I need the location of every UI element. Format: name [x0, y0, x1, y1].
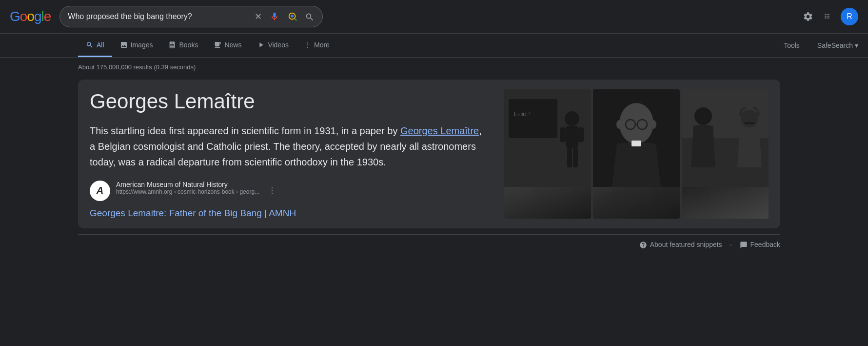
safesearch-label: SafeSearch [817, 41, 853, 49]
snippet-images: E=mc² [504, 89, 769, 218]
books-tab-icon [168, 41, 176, 49]
snippet-title: Georges Lemaître [90, 89, 490, 114]
feedback-icon [740, 241, 748, 249]
svg-point-21 [694, 107, 712, 125]
images-tab-icon [120, 41, 128, 49]
footer-separator: · [730, 241, 732, 248]
gear-icon [803, 11, 813, 22]
source-more-button[interactable]: ⋮ [268, 186, 276, 195]
safesearch-chevron-icon: ▾ [855, 41, 858, 49]
microphone-button[interactable] [269, 11, 280, 22]
tools-button[interactable]: Tools [776, 35, 808, 56]
more-tab-icon: ⋮ [304, 41, 311, 49]
svg-rect-7 [560, 127, 566, 142]
lens-icon [287, 11, 298, 22]
apps-button[interactable] [821, 10, 834, 23]
snippet-source: A American Museum of Natural History htt… [90, 181, 490, 201]
safesearch-dropdown[interactable]: SafeSearch ▾ [817, 41, 858, 49]
tab-books[interactable]: Books [160, 34, 206, 57]
portrait-silhouette [593, 89, 680, 187]
svg-rect-8 [578, 127, 584, 142]
svg-rect-16 [631, 141, 641, 146]
search-input[interactable] [68, 12, 249, 21]
tab-more-label: More [314, 41, 330, 49]
source-url: https://www.amnh.org › cosmic-horizons-b… [116, 188, 259, 195]
question-circle-icon [639, 241, 647, 249]
svg-rect-9 [567, 148, 572, 167]
tab-news[interactable]: News [206, 34, 249, 57]
snippet-text-before: This startling idea first appeared in sc… [90, 125, 400, 136]
tab-all[interactable]: All [78, 34, 112, 57]
source-name: American Museum of Natural History [116, 181, 259, 188]
search-submit-button[interactable] [305, 11, 315, 22]
tab-all-label: All [97, 41, 104, 49]
tab-more[interactable]: ⋮ More [296, 34, 337, 57]
search-bar: ✕ [59, 6, 323, 27]
tab-videos[interactable]: Videos [249, 34, 296, 57]
snippet-image-2[interactable] [593, 89, 680, 218]
source-info: American Museum of Natural History https… [116, 181, 259, 195]
about-snippets-link[interactable]: About featured snippets [639, 241, 722, 249]
user-avatar[interactable]: R [841, 8, 858, 25]
nav-tabs: All Images Books News Vi [78, 34, 337, 57]
snippet-image-1[interactable]: E=mc² [504, 89, 591, 218]
tab-images[interactable]: Images [112, 34, 161, 57]
person-blackboard-silhouette: E=mc² [504, 89, 591, 187]
all-tab-icon [86, 41, 94, 49]
svg-point-5 [565, 111, 579, 126]
svg-rect-6 [566, 126, 578, 148]
svg-point-17 [616, 120, 622, 129]
snippet-left: Georges Lemaître This startling idea fir… [90, 89, 490, 218]
tab-images-label: Images [131, 41, 153, 49]
svg-point-12 [619, 103, 653, 144]
header: Google ✕ [0, 0, 868, 34]
about-snippets-label: About featured snippets [650, 241, 722, 248]
mic-icon [270, 12, 279, 21]
search-bar-icons: ✕ [254, 10, 315, 23]
snippet-highlighted-name[interactable]: Georges Lemaître [400, 125, 479, 136]
feedback-label: Feedback [750, 241, 780, 248]
tab-videos-label: Videos [268, 41, 289, 49]
svg-text:E=mc²: E=mc² [513, 111, 531, 118]
snippet-result-link[interactable]: Georges Lemaitre: Father of the Big Bang… [90, 208, 296, 218]
featured-snippet: Georges Lemaître This startling idea fir… [78, 80, 780, 228]
results-count: About 175,000,000 results (0.39 seconds) [78, 63, 790, 71]
svg-rect-3 [509, 99, 557, 138]
nav-bar: All Images Books News Vi [0, 34, 868, 58]
two-people-silhouette [682, 89, 769, 187]
settings-button[interactable] [802, 10, 814, 23]
svg-point-1 [291, 15, 294, 17]
google-logo: Google [10, 9, 51, 24]
header-right: R [802, 8, 858, 25]
lens-button[interactable] [286, 10, 299, 23]
snippet-footer: About featured snippets · Feedback [78, 234, 780, 249]
clear-button[interactable]: ✕ [254, 10, 263, 23]
snippet-text: This startling idea first appeared in sc… [90, 123, 490, 170]
results-area: About 175,000,000 results (0.39 seconds)… [0, 58, 868, 259]
svg-point-18 [651, 120, 656, 129]
feedback-link[interactable]: Feedback [740, 241, 780, 249]
videos-tab-icon [257, 41, 265, 49]
svg-rect-10 [573, 148, 578, 167]
apps-grid-icon [822, 11, 833, 22]
svg-point-22 [741, 110, 758, 127]
tab-books-label: Books [179, 41, 198, 49]
news-tab-icon [214, 41, 221, 49]
source-favicon: A [90, 181, 110, 201]
snippet-image-3[interactable] [682, 89, 769, 218]
tab-news-label: News [224, 41, 241, 49]
search-icon [305, 12, 315, 22]
